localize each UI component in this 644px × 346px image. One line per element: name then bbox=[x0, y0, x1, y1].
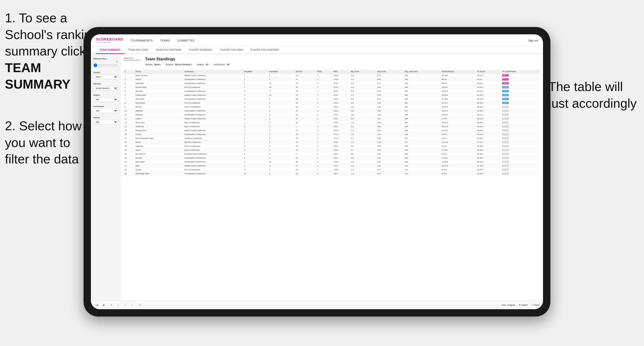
division-summary-label: Division: bbox=[166, 63, 174, 66]
sub-nav-player-h2h-heatmap[interactable]: PLAYER H2H HEATMAP bbox=[247, 47, 283, 54]
toolbar-bookmark[interactable]: ☆ bbox=[123, 303, 128, 307]
table-row: 22 Georgia Southeastern Conference 8 7 2… bbox=[123, 156, 540, 160]
toolbar-clock[interactable]: 🕐 bbox=[137, 303, 142, 307]
table-row: 8 Washington Pac-12 Conference 2 8 23 1 … bbox=[123, 101, 540, 105]
col-conference: Conference bbox=[183, 70, 243, 74]
sub-nav-player-summary[interactable]: PLAYER SUMMARY bbox=[185, 47, 216, 54]
bottom-toolbar: ◀ ▶ ↺ ⌂ ☆ ⤴ 🕐 View: Original 👁 Watch ⤴ S… bbox=[91, 300, 543, 309]
table-row: 5 Ole Miss Southeastern Conference 3 6 1… bbox=[123, 89, 540, 93]
gender-label: Gender bbox=[93, 71, 118, 74]
table-row: 21 New Mexico Mountain West Conference 1… bbox=[123, 152, 540, 156]
region-label: Region bbox=[93, 94, 118, 96]
table-row: 24 Duke Atlantic Coast Conference 5 9 27… bbox=[123, 164, 540, 168]
minimum-round-filter: Minimum Rou... 4 30 bbox=[93, 58, 118, 68]
minimum-round-slider[interactable] bbox=[93, 63, 118, 67]
table-row: 10 Alabama Southeastern Conference 5 6 2… bbox=[123, 109, 540, 113]
toolbar-forward[interactable]: ▶ bbox=[102, 303, 106, 307]
nav-committee[interactable]: COMMITTEE bbox=[178, 38, 195, 43]
conference-select[interactable]: (All) bbox=[93, 108, 118, 113]
app-header: SCOREBOARD Powered by clipp! TOURNAMENTS… bbox=[91, 34, 543, 47]
col-avg-low: Avg. Low Score bbox=[404, 70, 440, 74]
sub-nav-team-h2h-heatmap[interactable]: TEAM H2H HEATMAP bbox=[152, 47, 185, 54]
filter-range-values: 4 30 bbox=[93, 61, 118, 63]
school-select[interactable]: (All) bbox=[93, 120, 118, 124]
region-select[interactable]: N/A bbox=[93, 97, 118, 102]
range-min: 4 bbox=[93, 61, 94, 63]
main-nav: TOURNAMENTS TEAMS COMMITTEE bbox=[130, 38, 528, 43]
conference-filter: Conference (All) bbox=[93, 105, 118, 113]
division-summary: Division: NCAA Division I bbox=[166, 63, 192, 66]
school-filter: School (All) bbox=[93, 117, 118, 124]
sidebar-filters: Minimum Rou... 4 30 Gender Men's Divisio… bbox=[91, 54, 120, 300]
share-btn[interactable]: ⤴ Share bbox=[532, 304, 539, 306]
main-content: Minimum Rou... 4 30 Gender Men's Divisio… bbox=[91, 54, 543, 300]
table-row: 13 Texas Tech Big 12 Conference 1 9 27 2… bbox=[123, 121, 540, 125]
instruction-step2: 2. Select howyou want tofilter the data bbox=[5, 118, 82, 168]
col-rank: # bbox=[123, 70, 134, 74]
minimum-round-label: Minimum Rou... bbox=[93, 58, 118, 60]
gender-filter: Gender Men's bbox=[93, 71, 118, 79]
col-wins: Wins bbox=[332, 70, 350, 74]
table-row: 15 Georgia Tech Atlantic Coast Conferenc… bbox=[123, 129, 540, 133]
conference-label: Conference bbox=[93, 105, 118, 108]
col-no-tour: No Tour bbox=[294, 70, 316, 74]
sub-nav-team-summary[interactable]: TEAM SUMMARY bbox=[96, 47, 124, 54]
section-title: Team Standings bbox=[145, 57, 540, 61]
conference-summary: Conference: All bbox=[213, 63, 230, 66]
gender-summary-label: Gender: bbox=[145, 63, 153, 66]
col-school: School bbox=[134, 70, 183, 74]
update-time: Update time: 27/03/2024 16:56:26 bbox=[123, 57, 140, 61]
tablet-frame: SCOREBOARD Powered by clipp! TOURNAMENTS… bbox=[84, 27, 550, 317]
logo-area: SCOREBOARD Powered by clipp! bbox=[96, 37, 123, 43]
filter-summary-row: Gender: Men's Division: NCAA Division I … bbox=[145, 63, 540, 66]
table-row: 6 Florida State Atlantic Coast Conferenc… bbox=[123, 93, 540, 97]
col-reg-rank: Reg Rank bbox=[243, 70, 268, 74]
range-max: 30 bbox=[116, 61, 118, 63]
region-summary-label: Region: bbox=[197, 63, 204, 66]
table-row: 14 Oklahoma Big 12 Conference 2 4 2 2 27… bbox=[123, 125, 540, 129]
toolbar-home[interactable]: ⌂ bbox=[116, 303, 120, 307]
col-avg-par: Avg. to Par bbox=[376, 70, 404, 74]
sub-nav-team-h2h-grid[interactable]: TEAM H2H GRID bbox=[124, 47, 152, 54]
toolbar-view-area: View: Original 👁 Watch ⤴ Share bbox=[501, 304, 539, 306]
region-summary: Region: All bbox=[197, 63, 208, 66]
table-row: 2 Auburn Southeastern Conference 1 9 27 … bbox=[123, 78, 540, 81]
standings-table: # School Conference Reg Rank Conf Rank N… bbox=[123, 70, 540, 176]
gender-summary: Gender: Men's bbox=[145, 63, 161, 66]
table-area: Update time: 27/03/2024 16:56:26 Team St… bbox=[120, 54, 543, 300]
conference-summary-label: Conference: bbox=[213, 63, 225, 66]
toolbar-back[interactable]: ◀ bbox=[94, 303, 99, 307]
toolbar-share-icon[interactable]: ⤴ bbox=[130, 303, 134, 307]
toolbar-refresh[interactable]: ↺ bbox=[109, 303, 114, 307]
instruction-step1-bold: TEAM SUMMARY bbox=[5, 61, 70, 92]
sign-out-link[interactable]: Sign out bbox=[528, 39, 538, 42]
logo-sub: Powered by clipp! bbox=[96, 41, 123, 43]
tablet-screen: SCOREBOARD Powered by clipp! TOURNAMENTS… bbox=[91, 34, 543, 309]
table-row: 1 North Carolina Atlantic Coast Conferen… bbox=[123, 74, 540, 78]
table-row: 19 California Pac-12 Conference 4 8 24 2… bbox=[123, 144, 540, 148]
gender-summary-value: Men's bbox=[154, 63, 160, 66]
nav-teams[interactable]: TEAMS bbox=[160, 38, 170, 43]
col-vs50: Vs Top 50 Points bbox=[501, 70, 540, 74]
col-vs25: Vs Top 25 bbox=[476, 70, 501, 74]
view-original-btn[interactable]: View: Original bbox=[501, 304, 515, 306]
table-row: 12 Virginia Atlantic Coast Conference 3 … bbox=[123, 117, 540, 121]
table-row: 17 East Tennessee State Southern Confere… bbox=[123, 137, 540, 140]
logo-text: SCOREBOARD bbox=[96, 37, 123, 41]
nav-tournaments[interactable]: TOURNAMENTS bbox=[130, 38, 152, 43]
sub-nav-player-h2h-grid[interactable]: PLAYER H2H GRID bbox=[216, 47, 247, 54]
watch-btn[interactable]: 👁 Watch bbox=[519, 304, 528, 306]
table-row: 7 Tennessee Southeastern Conference 4 8 … bbox=[123, 97, 540, 101]
table-row: 4 Arizona State Pac-12 Conference 1 26 2… bbox=[123, 85, 540, 89]
table-row: 3 Vanderbilt Southeastern Conference 1 2… bbox=[123, 81, 540, 85]
col-conf-rank: Conf Rank bbox=[268, 70, 294, 74]
table-row: 9 Arizona Pac-12 Conference 3 8 22 2 276… bbox=[123, 105, 540, 109]
table-row: 23 Texas A&M Southeastern Conference 4 1… bbox=[123, 160, 540, 164]
gender-select[interactable]: Men's bbox=[93, 75, 118, 79]
division-select[interactable]: NCAA Division I bbox=[93, 86, 118, 91]
table-row: 16 Florida Southeastern Conference 7 9 2… bbox=[123, 133, 540, 137]
region-summary-value: All bbox=[206, 63, 208, 66]
region-filter: Region N/A bbox=[93, 94, 118, 102]
table-row: 11 Arkansas Southeastern Conference 6 8 … bbox=[123, 113, 540, 117]
table-row: 20 Texas Big 12 Conference 3 7 24 8 278.… bbox=[123, 148, 540, 152]
